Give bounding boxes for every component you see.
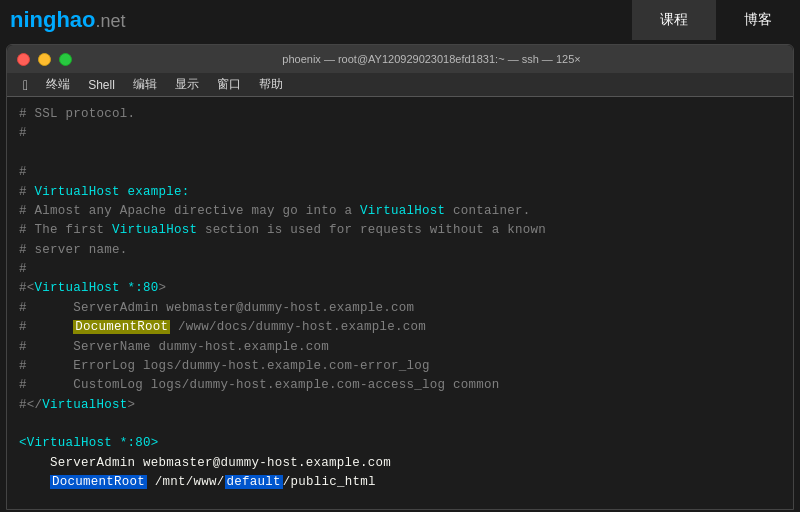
line-1: # SSL protocol. xyxy=(19,105,781,124)
line-12: # DocumentRoot /www/docs/dummy-host.exam… xyxy=(19,318,781,337)
apple-menu[interactable]:  xyxy=(15,75,36,95)
terminal-window: phoenix — root@AY120929023018efd1831:~ —… xyxy=(6,44,794,510)
line-14: # ErrorLog logs/dummy-host.example.com-e… xyxy=(19,357,781,376)
window-title: phoenix — root@AY120929023018efd1831:~ —… xyxy=(80,53,783,65)
nav-tab-blog[interactable]: 博客 xyxy=(716,0,800,40)
line-9: # xyxy=(19,260,781,279)
menu-terminal[interactable]: 终端 xyxy=(38,74,78,95)
minimize-button[interactable] xyxy=(38,53,51,66)
line-17 xyxy=(19,415,781,434)
logo-dotnet: .net xyxy=(96,11,126,32)
menu-edit[interactable]: 编辑 xyxy=(125,74,165,95)
maximize-button[interactable] xyxy=(59,53,72,66)
line-8: # server name. xyxy=(19,241,781,260)
line-10: #<VirtualHost *:80> xyxy=(19,279,781,298)
line-18: <VirtualHost *:80> xyxy=(19,434,781,453)
line-19: ServerAdmin webmaster@dummy-host.example… xyxy=(19,454,781,473)
mac-menubar:  终端 Shell 编辑 显示 窗口 帮助 xyxy=(7,73,793,97)
menu-help[interactable]: 帮助 xyxy=(251,74,291,95)
close-button[interactable] xyxy=(17,53,30,66)
line-7: # The first VirtualHost section is used … xyxy=(19,221,781,240)
line-16: #</VirtualHost> xyxy=(19,396,781,415)
line-20: DocumentRoot /mnt/www/default/public_htm… xyxy=(19,473,781,492)
line-13: # ServerName dummy-host.example.com xyxy=(19,338,781,357)
menu-display[interactable]: 显示 xyxy=(167,74,207,95)
mac-titlebar: phoenix — root@AY120929023018efd1831:~ —… xyxy=(7,45,793,73)
menu-window[interactable]: 窗口 xyxy=(209,74,249,95)
menu-shell[interactable]: Shell xyxy=(80,76,123,94)
line-15: # CustomLog logs/dummy-host.example.com-… xyxy=(19,376,781,395)
line-2: # xyxy=(19,124,781,143)
line-11: # ServerAdmin webmaster@dummy-host.examp… xyxy=(19,299,781,318)
terminal-content: # SSL protocol. # # # VirtualHost exampl… xyxy=(7,97,793,509)
line-5: # VirtualHost example: xyxy=(19,183,781,202)
logo-ninghao: ninghao xyxy=(10,7,96,33)
top-navigation: ninghao.net 课程 博客 xyxy=(0,0,800,40)
line-3 xyxy=(19,144,781,163)
line-4: # xyxy=(19,163,781,182)
line-6: # Almost any Apache directive may go int… xyxy=(19,202,781,221)
nav-tabs: 课程 博客 xyxy=(632,0,800,40)
logo: ninghao.net xyxy=(10,7,126,33)
nav-tab-courses[interactable]: 课程 xyxy=(632,0,716,40)
